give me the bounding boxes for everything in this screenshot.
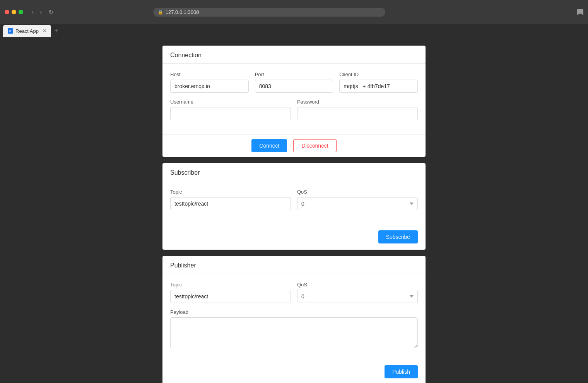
- toolbar-icons: [577, 9, 583, 15]
- connection-footer: Connect Disconnect: [162, 134, 426, 157]
- publisher-payload-label: Payload: [170, 309, 418, 315]
- subscriber-header: Subscriber: [162, 163, 426, 181]
- subscriber-topic-input[interactable]: [170, 197, 291, 210]
- connection-title: Connection: [170, 52, 202, 58]
- subscriber-qos-label: QoS: [297, 189, 418, 195]
- publisher-payload-textarea[interactable]: [170, 317, 418, 348]
- host-group: Host: [170, 71, 249, 93]
- password-input[interactable]: [297, 107, 418, 120]
- client-id-label: Client ID: [339, 71, 418, 77]
- subscriber-qos-group: QoS 0 1 2: [297, 189, 418, 210]
- publisher-qos-select[interactable]: 0 1 2: [297, 290, 418, 303]
- connect-button[interactable]: Connect: [251, 139, 287, 152]
- subscriber-footer: Subscribe: [162, 224, 426, 250]
- tab-close-button[interactable]: ✕: [43, 28, 46, 34]
- host-input[interactable]: [170, 80, 249, 93]
- tab-bar: R React App ✕ +: [0, 24, 588, 38]
- page-content: Connection Host Port Client ID Us: [0, 38, 588, 383]
- nav-buttons: ‹ › ↻: [29, 7, 56, 17]
- browser-tab[interactable]: R React App ✕: [3, 25, 51, 37]
- publisher-qos-label: QoS: [297, 282, 418, 288]
- tab-favicon: R: [8, 28, 13, 34]
- disconnect-button[interactable]: Disconnect: [293, 139, 336, 152]
- connection-header: Connection: [162, 46, 426, 64]
- username-input[interactable]: [170, 107, 291, 120]
- close-button[interactable]: [5, 10, 9, 14]
- maximize-button[interactable]: [19, 10, 23, 14]
- client-id-group: Client ID: [339, 71, 418, 93]
- minimize-button[interactable]: [12, 10, 16, 14]
- bookmark-icon[interactable]: [577, 9, 583, 15]
- back-button[interactable]: ‹: [29, 7, 36, 17]
- publisher-card: Publisher Topic QoS 0 1 2 Payload: [162, 256, 426, 383]
- connection-row-1: Host Port Client ID: [170, 71, 418, 93]
- lock-icon: 🔒: [158, 10, 163, 15]
- client-id-input[interactable]: [339, 80, 418, 93]
- connection-row-2: Username Password: [170, 99, 418, 120]
- subscriber-topic-label: Topic: [170, 189, 291, 195]
- subscriber-title: Subscriber: [170, 169, 200, 176]
- publisher-row-1: Topic QoS 0 1 2: [170, 282, 418, 303]
- refresh-button[interactable]: ↻: [46, 7, 56, 17]
- publisher-topic-label: Topic: [170, 282, 291, 288]
- port-label: Port: [255, 71, 333, 77]
- new-tab-button[interactable]: +: [51, 27, 62, 35]
- tab-title: React App: [15, 28, 39, 34]
- traffic-lights: [5, 10, 23, 14]
- subscriber-body: Topic QoS 0 1 2: [162, 181, 426, 224]
- publisher-footer: Publish: [162, 359, 426, 383]
- username-label: Username: [170, 99, 291, 105]
- connection-body: Host Port Client ID Username P: [162, 64, 426, 134]
- subscriber-row-1: Topic QoS 0 1 2: [170, 189, 418, 210]
- host-label: Host: [170, 71, 249, 77]
- port-group: Port: [255, 71, 333, 93]
- publisher-payload-group: Payload: [170, 309, 418, 348]
- publisher-topic-input[interactable]: [170, 290, 291, 303]
- connection-card: Connection Host Port Client ID Us: [162, 46, 426, 157]
- publish-button[interactable]: Publish: [385, 365, 418, 378]
- password-label: Password: [297, 99, 418, 105]
- address-bar[interactable]: 🔒 127.0.0.1:3000: [153, 8, 385, 17]
- subscriber-card: Subscriber Topic QoS 0 1 2 Subscrib: [162, 163, 426, 250]
- url-text: 127.0.0.1:3000: [166, 9, 199, 15]
- subscribe-button[interactable]: Subscribe: [378, 230, 418, 243]
- browser-chrome: ‹ › ↻ 🔒 127.0.0.1:3000: [0, 0, 588, 24]
- forward-button[interactable]: ›: [38, 7, 44, 17]
- subscriber-qos-select[interactable]: 0 1 2: [297, 197, 418, 210]
- port-input[interactable]: [255, 80, 333, 93]
- username-group: Username: [170, 99, 291, 120]
- publisher-header: Publisher: [162, 256, 426, 274]
- subscriber-topic-group: Topic: [170, 189, 291, 210]
- publisher-body: Topic QoS 0 1 2 Payload: [162, 274, 426, 359]
- publisher-qos-group: QoS 0 1 2: [297, 282, 418, 303]
- publisher-title: Publisher: [170, 262, 196, 269]
- publisher-topic-group: Topic: [170, 282, 291, 303]
- password-group: Password: [297, 99, 418, 120]
